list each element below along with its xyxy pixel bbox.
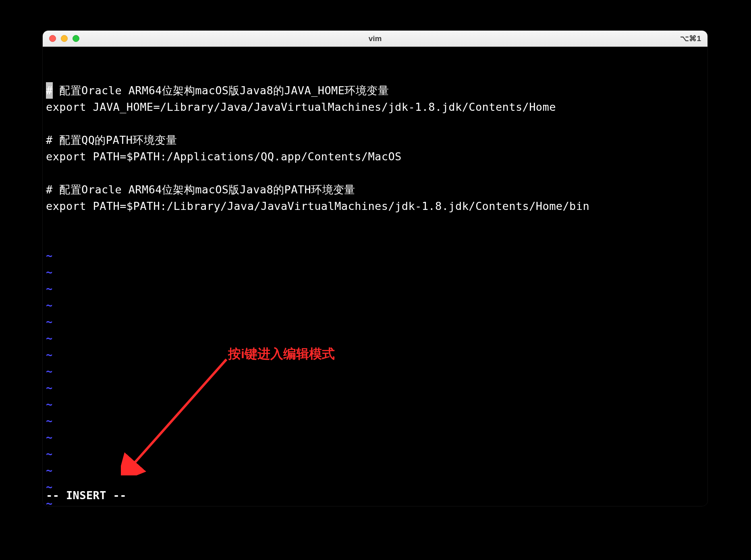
vim-tilde: ~	[46, 413, 704, 429]
vim-tilde: ~	[46, 429, 704, 446]
vim-tilde: ~	[46, 264, 704, 280]
vim-tilde: ~	[46, 462, 704, 479]
vim-tilde: ~	[46, 380, 704, 396]
vim-tilde: ~	[46, 280, 704, 297]
vim-statusline: -- INSERT --	[46, 487, 704, 504]
editor-tildes: ~~~~~~~~~~~~~~~~	[46, 247, 704, 506]
editor-line: # 配置Oracle ARM64位架构macOS版Java8的JAVA_HOME…	[46, 82, 704, 99]
editor-line: export PATH=$PATH:/Applications/QQ.app/C…	[46, 148, 704, 165]
cursor	[46, 82, 53, 99]
titlebar: vim ⌥⌘1	[43, 31, 707, 47]
editor-lines: # 配置Oracle ARM64位架构macOS版Java8的JAVA_HOME…	[46, 82, 704, 214]
vim-tilde: ~	[46, 330, 704, 346]
vim-tilde: ~	[46, 297, 704, 313]
editor-line: # 配置Oracle ARM64位架构macOS版Java8的PATH环境变量	[46, 181, 704, 198]
terminal-editor-area[interactable]: # 配置Oracle ARM64位架构macOS版Java8的JAVA_HOME…	[43, 47, 707, 506]
vim-tilde: ~	[46, 313, 704, 330]
editor-line: export JAVA_HOME=/Library/Java/JavaVirtu…	[46, 99, 704, 115]
vim-tilde: ~	[46, 363, 704, 380]
editor-line	[46, 115, 704, 132]
editor-line: # 配置QQ的PATH环境变量	[46, 132, 704, 148]
editor-line: export PATH=$PATH:/Library/Java/JavaVirt…	[46, 198, 704, 214]
window-shortcut-indicator: ⌥⌘1	[680, 34, 701, 43]
vim-tilde: ~	[46, 396, 704, 413]
vim-tilde: ~	[46, 247, 704, 264]
vim-tilde: ~	[46, 346, 704, 363]
terminal-window: vim ⌥⌘1 # 配置Oracle ARM64位架构macOS版Java8的J…	[43, 31, 707, 506]
vim-tilde: ~	[46, 446, 704, 462]
window-title: vim	[43, 34, 707, 43]
editor-line	[46, 165, 704, 181]
